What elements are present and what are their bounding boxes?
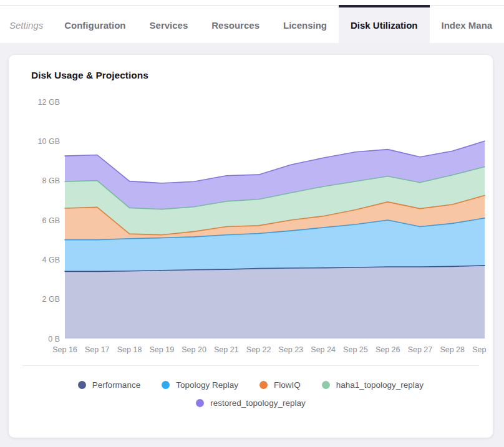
y-axis-tick-label: 0 B [48, 335, 60, 344]
y-axis-tick-label: 6 GB [42, 216, 61, 225]
x-axis-tick-label: Sep 21 [214, 345, 239, 354]
legend-dot-icon [196, 399, 204, 407]
x-axis-tick-label: Sep 22 [246, 345, 271, 354]
tab-index-management-label: Index Mana [442, 20, 493, 31]
x-axis-tick-label: Sep 18 [117, 345, 142, 354]
legend-item-flowiq[interactable]: FlowIQ [259, 380, 301, 390]
tab-resources[interactable]: Resources [200, 5, 271, 43]
tab-services-label: Services [150, 20, 188, 31]
y-axis-tick-label: 8 GB [42, 176, 61, 185]
y-axis-tick-label: 4 GB [42, 256, 61, 264]
tab-resources-label: Resources [211, 20, 259, 31]
y-axis-tick-label: 10 GB [38, 137, 60, 146]
tab-bar: Settings Configuration Services Resource… [0, 0, 504, 43]
legend-label: FlowIQ [274, 380, 301, 390]
legend-item-haha1-topology-replay[interactable]: haha1_topology_replay [322, 380, 424, 390]
tab-settings-label: Settings [9, 20, 43, 31]
area-band-performance [65, 266, 485, 339]
legend-label: Performance [92, 380, 140, 390]
tab-licensing-label: Licensing [283, 20, 327, 31]
disk-usage-card: Disk Usage & Projections 0 B2 GB4 GB6 GB… [9, 55, 493, 438]
legend-item-topology-replay[interactable]: Topology Replay [162, 380, 238, 390]
x-axis-tick-label: Sep 25 [343, 345, 368, 354]
y-axis-tick-label: 12 GB [38, 98, 60, 107]
x-axis-tick-label: Sep 19 [149, 345, 174, 354]
x-axis-tick-label: Sep 29 [472, 345, 487, 354]
tab-licensing[interactable]: Licensing [271, 5, 339, 43]
legend-label: restored_topology_replay [210, 398, 305, 408]
x-axis-tick-label: Sep 27 [408, 345, 433, 354]
tab-index-management[interactable]: Index Mana [430, 5, 504, 43]
x-axis-tick-label: Sep 16 [52, 345, 77, 354]
x-axis-tick-label: Sep 23 [279, 345, 304, 354]
legend-label: haha1_topology_replay [336, 380, 424, 390]
card-title: Disk Usage & Projections [31, 70, 479, 81]
legend-dot-icon [259, 381, 268, 389]
legend-item-restored-topology-replay[interactable]: restored_topology_replay [196, 398, 305, 408]
tab-configuration[interactable]: Configuration [52, 5, 137, 43]
chart-legend-row-1: PerformanceTopology ReplayFlowIQhaha1_to… [22, 380, 479, 390]
legend-divider [22, 365, 479, 366]
tab-configuration-label: Configuration [64, 20, 125, 31]
legend-dot-icon [78, 381, 86, 389]
tab-services[interactable]: Services [138, 5, 200, 43]
stacked-area-chart[interactable]: 0 B2 GB4 GB6 GB8 GB10 GB12 GBSep 16Sep 1… [31, 92, 487, 359]
x-axis-tick-label: Sep 24 [311, 345, 336, 354]
legend-dot-icon [322, 381, 330, 389]
disk-usage-chart: 0 B2 GB4 GB6 GB8 GB10 GB12 GBSep 16Sep 1… [31, 92, 479, 362]
x-axis-tick-label: Sep 17 [85, 345, 110, 354]
x-axis-tick-label: Sep 28 [440, 345, 465, 354]
legend-label: Topology Replay [176, 380, 238, 390]
legend-item-performance[interactable]: Performance [78, 380, 140, 390]
legend-dot-icon [162, 381, 170, 389]
tab-disk-utilization-label: Disk Utilization [351, 20, 418, 31]
y-axis-tick-label: 2 GB [42, 295, 61, 304]
x-axis-tick-label: Sep 20 [182, 345, 206, 354]
tab-settings[interactable]: Settings [0, 5, 52, 43]
tab-disk-utilization[interactable]: Disk Utilization [339, 5, 430, 43]
chart-legend-row-2: restored_topology_replay [22, 398, 479, 408]
x-axis-tick-label: Sep 26 [376, 345, 400, 354]
